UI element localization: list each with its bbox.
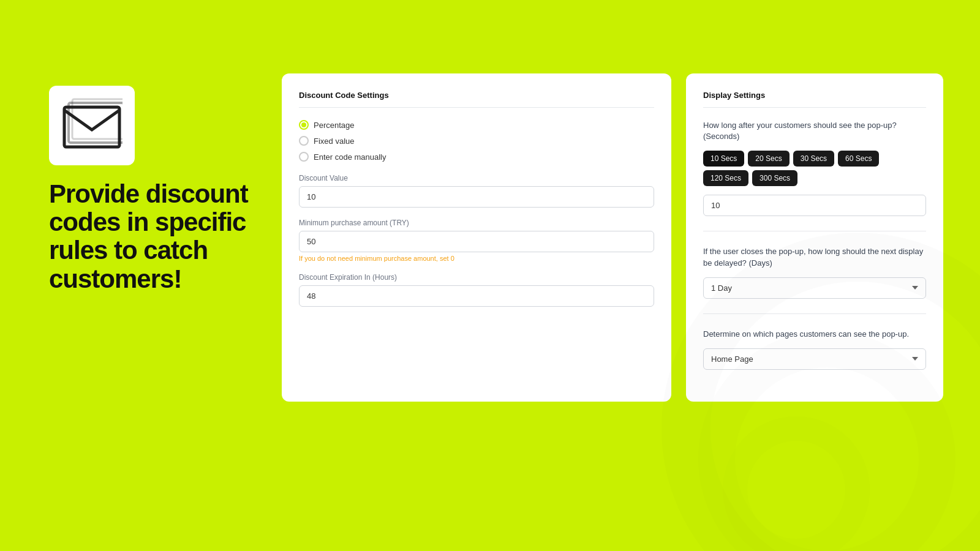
discount-value-input[interactable] bbox=[299, 186, 654, 208]
expiration-input[interactable] bbox=[299, 285, 654, 307]
radio-circle-percentage bbox=[299, 120, 309, 130]
svg-point-5 bbox=[735, 429, 858, 551]
logo-box bbox=[49, 86, 135, 165]
time-btn-30[interactable]: 30 Secs bbox=[793, 151, 834, 167]
left-panel: Provide discount codes in specific rules… bbox=[49, 86, 257, 293]
radio-circle-fixed bbox=[299, 136, 309, 146]
svg-rect-1 bbox=[69, 103, 123, 143]
min-purchase-group: Minimum purchase amount (TRY) If you do … bbox=[299, 219, 654, 262]
radio-group: Percentage Fixed value Enter code manual… bbox=[299, 120, 654, 162]
radio-manual[interactable]: Enter code manually bbox=[299, 152, 654, 162]
bg-decoration bbox=[612, 184, 980, 551]
discount-value-label: Discount Value bbox=[299, 174, 654, 182]
time-btn-10[interactable]: 10 Secs bbox=[703, 151, 744, 167]
radio-circle-manual bbox=[299, 152, 309, 162]
hero-text: Provide discount codes in specific rules… bbox=[49, 180, 257, 293]
expiration-group: Discount Expiration In (Hours) bbox=[299, 273, 654, 307]
popup-delay-question: How long after your customers should see… bbox=[703, 120, 926, 142]
logo-icon bbox=[61, 98, 123, 153]
time-btn-20[interactable]: 20 Secs bbox=[748, 151, 789, 167]
expiration-label: Discount Expiration In (Hours) bbox=[299, 273, 654, 282]
min-purchase-input[interactable] bbox=[299, 231, 654, 252]
time-btn-60[interactable]: 60 Secs bbox=[838, 151, 879, 167]
time-buttons-group: 10 Secs 20 Secs 30 Secs 60 Secs 120 Secs… bbox=[703, 151, 926, 186]
display-card-title: Display Settings bbox=[703, 91, 926, 108]
svg-rect-2 bbox=[72, 99, 123, 139]
min-purchase-label: Minimum purchase amount (TRY) bbox=[299, 219, 654, 227]
discount-card-title: Discount Code Settings bbox=[299, 91, 654, 108]
radio-fixed[interactable]: Fixed value bbox=[299, 136, 654, 146]
radio-percentage[interactable]: Percentage bbox=[299, 120, 654, 130]
min-purchase-hint: If you do not need minimum purchase amou… bbox=[299, 255, 654, 262]
discount-value-group: Discount Value bbox=[299, 174, 654, 208]
